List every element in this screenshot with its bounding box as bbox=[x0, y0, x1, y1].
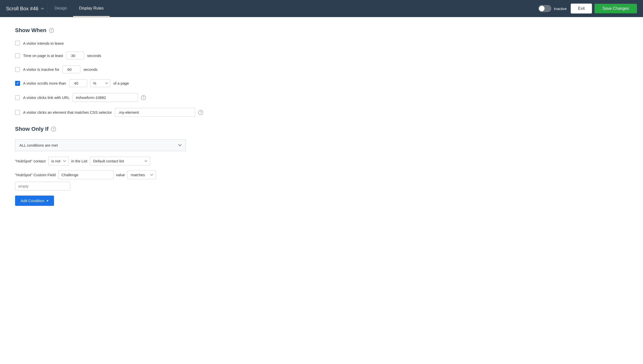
css-selector-help-icon[interactable]: ? bbox=[198, 110, 203, 115]
contact-operator-select[interactable]: is not is bbox=[48, 157, 69, 165]
custom-field-match-input[interactable] bbox=[15, 182, 70, 191]
click-url-checkbox[interactable] bbox=[15, 95, 20, 100]
add-condition-button[interactable]: Add Condition ▾ bbox=[15, 196, 54, 206]
main-content: Show When ? A visitor intends to leave T… bbox=[0, 17, 226, 216]
custom-field-operator-select[interactable]: matches contains equals starts with bbox=[127, 170, 156, 179]
show-when-section-title: Show When ? bbox=[15, 27, 211, 34]
tab-design[interactable]: Design bbox=[48, 1, 73, 17]
toggle-knob bbox=[539, 6, 545, 11]
css-selector-label: A visitor clicks an element that matches… bbox=[23, 110, 112, 114]
title-text: Scroll Box #46 bbox=[6, 6, 38, 12]
scroll-row: A visitor scrolls more than % px of a pa… bbox=[15, 79, 211, 87]
contact-prefix-label: "HubSpot" contact bbox=[15, 159, 46, 163]
show-only-if-title: Show Only If ? bbox=[15, 126, 211, 132]
contact-list-select[interactable]: Default contact list Custom list 1 bbox=[90, 157, 150, 165]
edit-title-icon[interactable]: ✏ bbox=[41, 6, 44, 11]
time-on-page-suffix: seconds bbox=[87, 53, 101, 58]
contact-relation-label: in the List bbox=[71, 159, 87, 163]
custom-field-name-input[interactable] bbox=[58, 170, 114, 179]
inactive-checkbox[interactable] bbox=[15, 67, 20, 72]
show-when-help-icon[interactable]: ? bbox=[49, 28, 54, 33]
custom-field-relation-label: value bbox=[116, 173, 125, 177]
exit-button[interactable]: Exit bbox=[571, 4, 592, 14]
inactive-row: A visitor is inactive for seconds bbox=[15, 66, 211, 73]
condition-row-custom-field: "HubSpot" Custom Field value matches con… bbox=[15, 170, 211, 191]
condition-row-contact: "HubSpot" contact is not is in the List … bbox=[15, 157, 211, 165]
scroll-checkbox[interactable] bbox=[15, 81, 20, 86]
click-url-label: A visitor clicks link with URL bbox=[23, 95, 70, 100]
save-button[interactable]: Save Changes bbox=[595, 4, 637, 13]
css-selector-checkbox[interactable] bbox=[15, 110, 20, 115]
header: Scroll Box #46 ✏ Design Display Rules In… bbox=[0, 0, 643, 17]
leave-intent-label: A visitor intends to leave bbox=[23, 41, 64, 45]
css-selector-row: A visitor clicks an element that matches… bbox=[15, 108, 211, 117]
leave-intent-row: A visitor intends to leave bbox=[15, 41, 211, 46]
time-on-page-checkbox[interactable] bbox=[15, 53, 20, 58]
css-selector-input[interactable] bbox=[115, 108, 195, 117]
show-only-if-help-icon[interactable]: ? bbox=[51, 127, 56, 132]
click-url-help-icon[interactable]: ? bbox=[141, 95, 146, 100]
time-on-page-row: Time on page is at least seconds bbox=[15, 52, 211, 59]
nav-separator bbox=[47, 4, 47, 14]
custom-field-prefix-label: "HubSpot" Custom Field bbox=[15, 173, 56, 177]
inactive-suffix: seconds bbox=[83, 67, 97, 72]
click-url-input[interactable] bbox=[73, 93, 138, 102]
time-on-page-label: Time on page is at least bbox=[23, 53, 63, 58]
status-toggle[interactable] bbox=[538, 5, 551, 12]
scroll-suffix: of a page bbox=[113, 81, 129, 85]
scroll-label: A visitor scrolls more than bbox=[23, 81, 66, 85]
inactive-input[interactable] bbox=[62, 66, 80, 73]
scroll-input[interactable] bbox=[69, 79, 87, 87]
status-label: Inactive bbox=[554, 7, 567, 11]
leave-intent-checkbox[interactable] bbox=[15, 41, 20, 46]
add-condition-chevron-icon: ▾ bbox=[47, 199, 48, 203]
click-url-row: A visitor clicks link with URL ? bbox=[15, 93, 211, 102]
time-on-page-input[interactable] bbox=[66, 52, 84, 59]
status-toggle-container: Inactive bbox=[538, 5, 567, 12]
inactive-label: A visitor is inactive for bbox=[23, 67, 59, 72]
condition-type-select[interactable]: ALL conditions are met ANY conditions ar… bbox=[15, 139, 186, 151]
add-condition-label: Add Condition bbox=[21, 199, 44, 203]
app-title: Scroll Box #46 ✏ bbox=[6, 6, 44, 12]
tab-display-rules[interactable]: Display Rules bbox=[73, 1, 110, 17]
scroll-unit-select[interactable]: % px bbox=[90, 79, 110, 87]
